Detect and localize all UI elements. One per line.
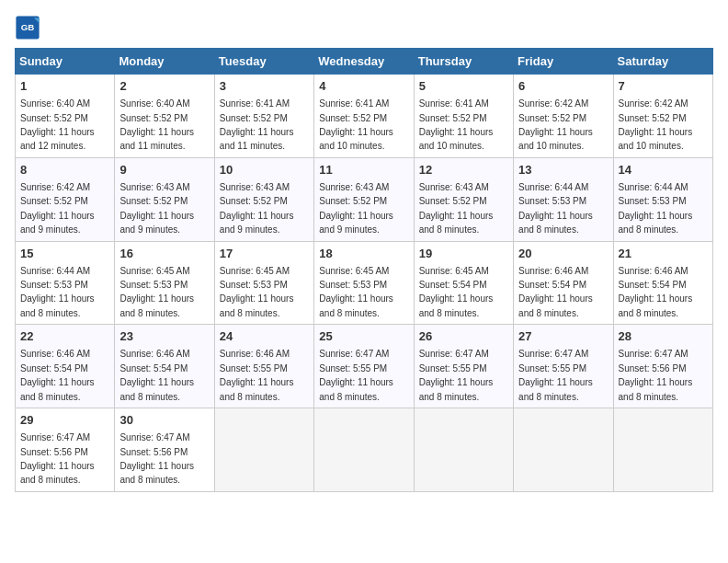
empty-cell: [314, 408, 414, 492]
day-number: 14: [619, 162, 708, 178]
day-detail: Sunrise: 6:42 AMSunset: 5:52 PMDaylight:…: [619, 98, 693, 151]
day-cell-25: 25 Sunrise: 6:47 AMSunset: 5:55 PMDaylig…: [314, 325, 414, 408]
day-number: 17: [220, 246, 309, 262]
day-cell-23: 23 Sunrise: 6:46 AMSunset: 5:54 PMDaylig…: [115, 325, 214, 408]
day-number: 9: [119, 162, 209, 178]
day-number: 18: [319, 246, 408, 262]
day-cell-30: 30 Sunrise: 6:47 AMSunset: 5:56 PMDaylig…: [115, 408, 214, 492]
empty-cell: [214, 408, 313, 492]
day-detail: Sunrise: 6:47 AMSunset: 5:55 PMDaylight:…: [518, 349, 593, 401]
day-number: 8: [20, 162, 109, 178]
week-row-3: 15 Sunrise: 6:44 AMSunset: 5:53 PMDaylig…: [16, 241, 713, 325]
empty-cell: [414, 408, 513, 492]
day-detail: Sunrise: 6:46 AMSunset: 5:54 PMDaylight:…: [518, 266, 593, 318]
day-number: 21: [619, 246, 708, 262]
day-number: 27: [518, 328, 608, 345]
day-number: 13: [518, 162, 608, 178]
day-detail: Sunrise: 6:44 AMSunset: 5:53 PMDaylight:…: [518, 182, 593, 235]
day-cell-20: 20 Sunrise: 6:46 AMSunset: 5:54 PMDaylig…: [514, 241, 613, 325]
day-cell-27: 27 Sunrise: 6:47 AMSunset: 5:55 PMDaylig…: [514, 325, 613, 408]
day-number: 7: [619, 78, 708, 95]
col-header-wednesday: Wednesday: [314, 49, 414, 75]
day-detail: Sunrise: 6:47 AMSunset: 5:56 PMDaylight:…: [20, 432, 95, 485]
day-cell-6: 6 Sunrise: 6:42 AMSunset: 5:52 PMDayligh…: [514, 75, 613, 158]
day-detail: Sunrise: 6:43 AMSunset: 5:52 PMDaylight:…: [220, 182, 294, 235]
empty-cell: [514, 408, 613, 492]
day-cell-16: 16 Sunrise: 6:45 AMSunset: 5:53 PMDaylig…: [115, 241, 214, 325]
day-number: 10: [220, 162, 309, 178]
day-detail: Sunrise: 6:45 AMSunset: 5:53 PMDaylight:…: [119, 266, 194, 318]
logo: GB: [15, 15, 44, 40]
day-cell-26: 26 Sunrise: 6:47 AMSunset: 5:55 PMDaylig…: [414, 325, 513, 408]
day-detail: Sunrise: 6:43 AMSunset: 5:52 PMDaylight:…: [319, 182, 393, 235]
day-detail: Sunrise: 6:47 AMSunset: 5:55 PMDaylight:…: [319, 349, 393, 401]
day-detail: Sunrise: 6:41 AMSunset: 5:52 PMDaylight:…: [319, 98, 393, 151]
day-detail: Sunrise: 6:44 AMSunset: 5:53 PMDaylight:…: [619, 182, 693, 235]
day-cell-4: 4 Sunrise: 6:41 AMSunset: 5:52 PMDayligh…: [314, 75, 414, 158]
day-cell-2: 2 Sunrise: 6:40 AMSunset: 5:52 PMDayligh…: [115, 75, 214, 158]
week-row-2: 8 Sunrise: 6:42 AMSunset: 5:52 PMDayligh…: [16, 157, 713, 241]
col-header-friday: Friday: [514, 49, 613, 75]
day-detail: Sunrise: 6:41 AMSunset: 5:52 PMDaylight:…: [220, 98, 294, 151]
day-cell-17: 17 Sunrise: 6:45 AMSunset: 5:53 PMDaylig…: [214, 241, 313, 325]
day-number: 19: [419, 246, 508, 262]
day-detail: Sunrise: 6:40 AMSunset: 5:52 PMDaylight:…: [20, 98, 95, 151]
col-header-sunday: Sunday: [16, 49, 115, 75]
week-row-4: 22 Sunrise: 6:46 AMSunset: 5:54 PMDaylig…: [16, 325, 713, 408]
day-cell-21: 21 Sunrise: 6:46 AMSunset: 5:54 PMDaylig…: [613, 241, 712, 325]
day-number: 20: [518, 246, 608, 262]
day-cell-14: 14 Sunrise: 6:44 AMSunset: 5:53 PMDaylig…: [613, 157, 712, 241]
day-number: 23: [119, 328, 209, 345]
week-row-5: 29 Sunrise: 6:47 AMSunset: 5:56 PMDaylig…: [16, 408, 713, 492]
day-detail: Sunrise: 6:43 AMSunset: 5:52 PMDaylight:…: [119, 182, 194, 235]
day-cell-28: 28 Sunrise: 6:47 AMSunset: 5:56 PMDaylig…: [613, 325, 712, 408]
day-number: 25: [319, 328, 408, 345]
day-number: 1: [20, 78, 109, 95]
day-number: 3: [220, 78, 309, 95]
day-number: 2: [119, 78, 209, 95]
day-number: 6: [518, 78, 608, 95]
day-number: 4: [319, 78, 408, 95]
day-number: 12: [419, 162, 508, 178]
day-detail: Sunrise: 6:45 AMSunset: 5:54 PMDaylight:…: [419, 266, 494, 318]
logo-icon: GB: [15, 15, 40, 40]
day-cell-12: 12 Sunrise: 6:43 AMSunset: 5:52 PMDaylig…: [414, 157, 513, 241]
day-cell-19: 19 Sunrise: 6:45 AMSunset: 5:54 PMDaylig…: [414, 241, 513, 325]
col-header-saturday: Saturday: [613, 49, 712, 75]
day-number: 11: [319, 162, 408, 178]
day-detail: Sunrise: 6:46 AMSunset: 5:54 PMDaylight:…: [619, 266, 693, 318]
col-header-thursday: Thursday: [414, 49, 513, 75]
col-header-tuesday: Tuesday: [214, 49, 313, 75]
day-detail: Sunrise: 6:46 AMSunset: 5:54 PMDaylight:…: [20, 349, 95, 401]
day-number: 5: [419, 78, 508, 95]
day-detail: Sunrise: 6:42 AMSunset: 5:52 PMDaylight:…: [20, 182, 95, 235]
page-container: GB SundayMondayTuesdayWednesdayThursdayF…: [15, 15, 713, 492]
calendar-table: SundayMondayTuesdayWednesdayThursdayFrid…: [15, 48, 713, 492]
day-cell-24: 24 Sunrise: 6:46 AMSunset: 5:55 PMDaylig…: [214, 325, 313, 408]
day-number: 22: [20, 328, 109, 345]
day-detail: Sunrise: 6:46 AMSunset: 5:55 PMDaylight:…: [220, 349, 294, 401]
day-detail: Sunrise: 6:46 AMSunset: 5:54 PMDaylight:…: [119, 349, 194, 401]
day-cell-13: 13 Sunrise: 6:44 AMSunset: 5:53 PMDaylig…: [514, 157, 613, 241]
day-cell-29: 29 Sunrise: 6:47 AMSunset: 5:56 PMDaylig…: [16, 408, 115, 492]
day-detail: Sunrise: 6:47 AMSunset: 5:56 PMDaylight:…: [619, 349, 693, 401]
empty-cell: [613, 408, 712, 492]
day-cell-1: 1 Sunrise: 6:40 AMSunset: 5:52 PMDayligh…: [16, 75, 115, 158]
calendar-header-row: SundayMondayTuesdayWednesdayThursdayFrid…: [16, 49, 713, 75]
header: GB: [15, 15, 713, 40]
day-cell-9: 9 Sunrise: 6:43 AMSunset: 5:52 PMDayligh…: [115, 157, 214, 241]
day-detail: Sunrise: 6:41 AMSunset: 5:52 PMDaylight:…: [419, 98, 494, 151]
day-detail: Sunrise: 6:45 AMSunset: 5:53 PMDaylight:…: [319, 266, 393, 318]
day-number: 29: [20, 412, 109, 429]
svg-text:GB: GB: [21, 22, 35, 32]
day-cell-10: 10 Sunrise: 6:43 AMSunset: 5:52 PMDaylig…: [214, 157, 313, 241]
day-detail: Sunrise: 6:42 AMSunset: 5:52 PMDaylight:…: [518, 98, 593, 151]
day-number: 30: [119, 412, 209, 429]
day-number: 28: [619, 328, 708, 345]
day-detail: Sunrise: 6:47 AMSunset: 5:55 PMDaylight:…: [419, 349, 494, 401]
day-cell-22: 22 Sunrise: 6:46 AMSunset: 5:54 PMDaylig…: [16, 325, 115, 408]
week-row-1: 1 Sunrise: 6:40 AMSunset: 5:52 PMDayligh…: [16, 75, 713, 158]
day-number: 15: [20, 246, 109, 262]
day-detail: Sunrise: 6:43 AMSunset: 5:52 PMDaylight:…: [419, 182, 494, 235]
col-header-monday: Monday: [115, 49, 214, 75]
